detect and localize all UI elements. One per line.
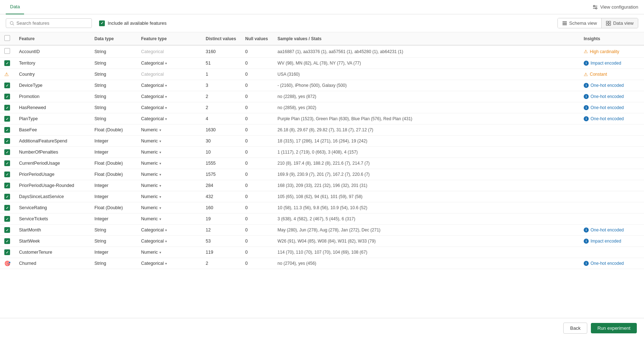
data-view-button[interactable]: Data view xyxy=(601,18,638,28)
dropdown-arrow[interactable]: ▾ xyxy=(165,84,167,88)
cell-featuretype[interactable]: Numeric▾ xyxy=(137,180,201,191)
cell-featuretype[interactable]: Numeric▾ xyxy=(137,213,201,225)
cell-featuretype[interactable]: Numeric▾ xyxy=(137,158,201,169)
cell-datatype: Integer xyxy=(90,147,137,158)
insight-badge: iOne-hot encoded xyxy=(584,261,640,266)
schema-view-button[interactable]: Schema view xyxy=(558,18,601,28)
cell-featuretype[interactable]: Categorical▾ xyxy=(137,225,201,236)
cell-datatype: String xyxy=(90,91,137,102)
view-config-button[interactable]: View configuration xyxy=(592,4,638,10)
cell-null: 0 xyxy=(241,191,273,202)
cell-featuretype[interactable]: Categorical▾ xyxy=(137,236,201,247)
cell-featuretype[interactable]: Numeric▾ xyxy=(137,169,201,180)
dropdown-arrow[interactable]: ▾ xyxy=(159,139,161,143)
select-all-checkbox[interactable] xyxy=(4,35,10,41)
row-checkbox[interactable] xyxy=(4,48,10,54)
cell-datatype: Integer xyxy=(90,136,137,147)
cell-insights xyxy=(579,136,644,147)
cell-featuretype[interactable]: Categorical▾ xyxy=(137,113,201,125)
cell-insights xyxy=(579,247,644,258)
row-checkbox[interactable] xyxy=(4,205,10,211)
dropdown-arrow[interactable]: ▾ xyxy=(159,128,161,132)
dropdown-arrow[interactable]: ▾ xyxy=(165,117,167,121)
row-checkbox[interactable] xyxy=(4,216,10,222)
dropdown-arrow[interactable]: ▾ xyxy=(159,184,161,188)
cell-featuretype[interactable]: Numeric▾ xyxy=(137,125,201,136)
cell-null: 0 xyxy=(241,58,273,69)
cell-featuretype[interactable]: Numeric▾ xyxy=(137,136,201,147)
row-checkbox[interactable] xyxy=(4,105,10,111)
dropdown-arrow[interactable]: ▾ xyxy=(159,161,161,165)
row-checkbox[interactable] xyxy=(4,94,10,99)
row-checkbox[interactable] xyxy=(4,60,10,66)
dropdown-arrow[interactable]: ▾ xyxy=(159,206,161,210)
table-row: ServiceRating Float (Double) Numeric▾ 16… xyxy=(0,202,644,213)
row-checkbox[interactable] xyxy=(4,160,10,166)
svg-point-3 xyxy=(596,8,597,9)
dropdown-arrow[interactable]: ▾ xyxy=(165,228,167,232)
cell-checkbox xyxy=(0,191,15,202)
cell-insights: iOne-hot encoded xyxy=(579,258,644,269)
col-header-distinct: Distinct values xyxy=(201,32,241,45)
table-row: CustomerTenure Integer Numeric▾ 119 0 11… xyxy=(0,247,644,258)
cell-featuretype[interactable]: Numeric▾ xyxy=(137,247,201,258)
row-checkbox[interactable] xyxy=(4,172,10,177)
row-checkbox[interactable] xyxy=(4,183,10,188)
svg-rect-6 xyxy=(563,22,567,22)
include-all-checkbox[interactable] xyxy=(99,20,105,26)
cell-featuretype[interactable]: Numeric▾ xyxy=(137,191,201,202)
dropdown-arrow[interactable]: ▾ xyxy=(165,61,167,65)
cell-feature: DeviceType xyxy=(15,80,90,91)
cell-sample: no (2704), yes (456) xyxy=(273,258,579,269)
cell-sample: 114 (70), 110 (70), 107 (70), 104 (69), … xyxy=(273,247,579,258)
cell-featuretype[interactable]: Categorical▾ xyxy=(137,102,201,113)
dropdown-arrow[interactable]: ▾ xyxy=(159,173,161,177)
row-checkbox[interactable] xyxy=(4,227,10,233)
cell-featuretype[interactable]: Numeric▾ xyxy=(137,202,201,213)
cell-datatype: String xyxy=(90,58,137,69)
dropdown-arrow[interactable]: ▾ xyxy=(165,239,167,243)
cell-featuretype[interactable]: Categorical▾ xyxy=(137,80,201,91)
cell-featuretype[interactable]: Categorical▾ xyxy=(137,58,201,69)
row-checkbox[interactable] xyxy=(4,138,10,144)
sliders-icon xyxy=(592,4,598,10)
cell-datatype: Integer xyxy=(90,213,137,225)
table-row: PlanType String Categorical▾ 4 0 Purple … xyxy=(0,113,644,125)
search-box[interactable] xyxy=(6,18,92,28)
dropdown-arrow[interactable]: ▾ xyxy=(159,150,161,154)
cell-insights xyxy=(579,202,644,213)
info-icon: i xyxy=(584,105,589,110)
dropdown-arrow[interactable]: ▾ xyxy=(159,250,161,254)
col-header-featuretype: Feature type xyxy=(137,32,201,45)
cell-checkbox xyxy=(0,158,15,169)
search-input[interactable] xyxy=(17,20,88,26)
dropdown-arrow[interactable]: ▾ xyxy=(159,195,161,199)
dropdown-arrow[interactable]: ▾ xyxy=(165,262,167,266)
cell-distinct: 1575 xyxy=(201,169,241,180)
dropdown-arrow[interactable]: ▾ xyxy=(165,95,167,99)
dropdown-arrow[interactable]: ▾ xyxy=(159,217,161,221)
row-checkbox[interactable] xyxy=(4,149,10,155)
features-table-container: Feature Data type Feature type Distinct … xyxy=(0,32,644,269)
cell-featuretype[interactable]: Categorical▾ xyxy=(137,91,201,102)
row-checkbox[interactable] xyxy=(4,83,10,88)
row-checkbox[interactable] xyxy=(4,194,10,199)
cell-checkbox xyxy=(0,125,15,136)
svg-rect-11 xyxy=(606,24,608,25)
cell-featuretype[interactable]: Categorical xyxy=(137,69,201,80)
cell-insights xyxy=(579,213,644,225)
cell-featuretype[interactable]: Categorical xyxy=(137,45,201,58)
cell-null: 0 xyxy=(241,69,273,80)
cell-featuretype[interactable]: Numeric▾ xyxy=(137,147,201,158)
row-checkbox[interactable] xyxy=(4,249,10,255)
row-checkbox[interactable] xyxy=(4,127,10,133)
row-checkbox[interactable] xyxy=(4,116,10,122)
cell-sample: 3 (638), 4 (582), 2 (467), 5 (445), 6 (3… xyxy=(273,213,579,225)
data-tab[interactable]: Data xyxy=(6,0,24,14)
row-checkbox[interactable] xyxy=(4,238,10,244)
dropdown-arrow[interactable]: ▾ xyxy=(165,106,167,110)
cell-featuretype[interactable]: Categorical▾ xyxy=(137,258,201,269)
cell-sample: W26 (91), W04 (85), W08 (84), W31 (82), … xyxy=(273,236,579,247)
cell-insights xyxy=(579,191,644,202)
cell-feature: PriorPeriodUsage xyxy=(15,169,90,180)
